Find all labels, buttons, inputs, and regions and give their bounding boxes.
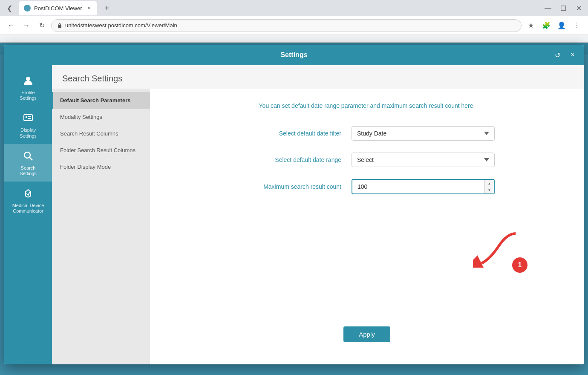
max-result-label: Maximum search result count <box>239 183 341 190</box>
svg-point-6 <box>24 152 30 158</box>
svg-line-7 <box>30 157 33 160</box>
svg-rect-3 <box>26 116 27 118</box>
content-header: Search Settings <box>52 65 584 89</box>
menu-btn[interactable]: ⋮ <box>571 20 583 32</box>
sub-sidebar-item-folder-display[interactable]: Folder Display Mode <box>52 159 150 175</box>
settings-modal: Settings ↺ × <box>4 45 584 364</box>
restore-btn[interactable]: ☐ <box>557 2 569 14</box>
apply-button[interactable]: Apply <box>343 326 390 342</box>
tab-close-btn[interactable]: × <box>85 5 92 12</box>
sidebar-item-profile[interactable]: ProfileSettings <box>4 69 52 106</box>
back-btn[interactable]: ← <box>5 20 17 32</box>
svg-point-1 <box>26 77 30 81</box>
modal-header: Settings ↺ × <box>4 45 584 65</box>
info-text: You can set default date range parameter… <box>164 102 570 109</box>
bookmark-btn[interactable]: ★ <box>525 20 537 32</box>
arrow-annotation: 1 <box>473 225 524 269</box>
tab-title: PostDICOM Viewer <box>34 5 82 12</box>
sidebar-medical-label: Medical DeviceCommunicator <box>12 203 44 214</box>
nav-right-icons: ★ 🧩 👤 ⋮ <box>525 20 583 32</box>
page-title: Search Settings <box>62 74 574 84</box>
refresh-btn[interactable]: ↻ <box>36 20 48 32</box>
svg-rect-5 <box>28 118 31 119</box>
forward-btn[interactable]: → <box>20 20 32 32</box>
svg-rect-2 <box>24 115 32 121</box>
apply-section: Apply <box>164 326 570 351</box>
content-area: Search Settings Default Search Parameter… <box>52 65 584 364</box>
date-range-control: Select Today Last 7 Days Last 30 Days La… <box>352 153 495 167</box>
close-btn[interactable]: ✕ <box>573 2 585 14</box>
date-filter-label: Select default date filter <box>239 130 341 137</box>
address-bar[interactable]: unitedstateswest.postdicom.com/Viewer/Ma… <box>51 19 522 32</box>
app-background: Settings ↺ × <box>0 43 588 375</box>
search-icon <box>21 149 35 163</box>
number-spinners: ▲ ▼ <box>484 180 494 193</box>
date-range-label: Select default date range <box>239 156 341 163</box>
sub-sidebar-item-folder-search[interactable]: Folder Search Result Columns <box>52 142 150 159</box>
sidebar-profile-label: ProfileSettings <box>20 90 37 101</box>
date-filter-control: Study Date Series Date Acquisition Date <box>352 126 495 141</box>
spinner-down-btn[interactable]: ▼ <box>485 187 494 193</box>
browser-nav-bar: ← → ↻ unitedstateswest.postdicom.com/Vie… <box>0 16 588 35</box>
number-input-wrapper: ▲ ▼ <box>352 179 495 194</box>
sub-sidebar: Default Search Parameters Modality Setti… <box>52 89 150 364</box>
sidebar-item-medical[interactable]: Medical DeviceCommunicator <box>4 182 52 219</box>
new-tab-btn[interactable]: + <box>101 2 112 14</box>
date-range-select[interactable]: Select Today Last 7 Days Last 30 Days La… <box>352 153 495 167</box>
sidebar-search-label: SearchSettings <box>20 165 37 176</box>
tab-back-btn[interactable]: ❮ <box>3 2 15 14</box>
content-inner: Default Search Parameters Modality Setti… <box>52 89 584 364</box>
sidebar-display-label: DisplaySettings <box>20 127 37 138</box>
max-result-control: ▲ ▼ <box>352 179 495 194</box>
browser-chrome: ❮ PostDICOM Viewer × + — ☐ ✕ ← → ↻ unite… <box>0 0 588 43</box>
date-filter-select[interactable]: Study Date Series Date Acquisition Date <box>352 126 495 141</box>
modal-body: ProfileSettings DisplaySettings <box>4 65 584 364</box>
lock-icon <box>57 23 63 29</box>
sidebar-item-display[interactable]: DisplaySettings <box>4 106 52 144</box>
tab-favicon <box>24 5 31 12</box>
svg-rect-4 <box>28 116 31 117</box>
modal-header-actions: ↺ × <box>551 49 579 61</box>
main-content: You can set default date range parameter… <box>150 89 584 364</box>
max-result-row: Maximum search result count ▲ ▼ <box>239 179 495 194</box>
extension-btn[interactable]: 🧩 <box>540 20 552 32</box>
form-section: Select default date filter Study Date Se… <box>164 126 570 194</box>
max-result-input[interactable] <box>352 179 495 194</box>
sub-sidebar-item-search-result[interactable]: Search Result Columns <box>52 125 150 142</box>
url-text: unitedstateswest.postdicom.com/Viewer/Ma… <box>65 22 177 29</box>
arrow-svg <box>473 225 524 268</box>
date-filter-row: Select default date filter Study Date Se… <box>239 126 495 141</box>
sidebar-item-search[interactable]: SearchSettings <box>4 144 52 182</box>
date-range-row: Select default date range Select Today L… <box>239 153 495 167</box>
browser-tab[interactable]: PostDICOM Viewer × <box>19 1 97 15</box>
svg-rect-0 <box>58 25 61 28</box>
modal-close-btn[interactable]: × <box>567 49 579 61</box>
profile-btn[interactable]: 👤 <box>556 20 568 32</box>
modal-overlay: Settings ↺ × <box>0 43 588 375</box>
sub-sidebar-item-default-search[interactable]: Default Search Parameters <box>52 92 150 109</box>
modal-title: Settings <box>280 51 307 59</box>
minimize-btn[interactable]: — <box>542 2 554 14</box>
annotation-badge: 1 <box>512 257 527 273</box>
display-icon <box>21 111 35 125</box>
sub-sidebar-item-modality[interactable]: Modality Settings <box>52 109 150 125</box>
settings-sidebar: ProfileSettings DisplaySettings <box>4 65 52 364</box>
reset-btn[interactable]: ↺ <box>551 49 563 61</box>
spinner-up-btn[interactable]: ▲ <box>485 180 494 187</box>
browser-title-bar: ❮ PostDICOM Viewer × + — ☐ ✕ <box>0 0 588 16</box>
profile-icon <box>21 74 35 87</box>
medical-icon <box>21 187 35 200</box>
